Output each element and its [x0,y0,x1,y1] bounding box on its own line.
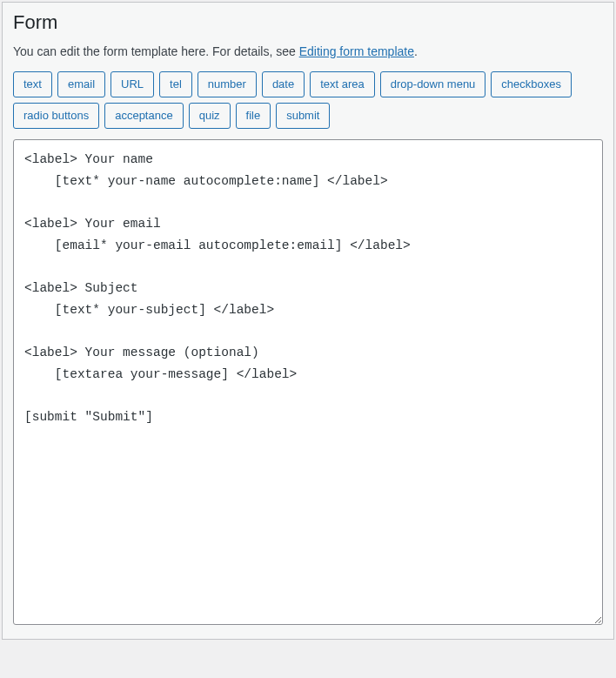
tag-textarea-button[interactable]: text area [310,71,375,97]
panel-description: You can edit the form template here. For… [13,43,603,61]
editing-template-link[interactable]: Editing form template [299,44,414,58]
tag-radio-button[interactable]: radio buttons [13,103,99,129]
form-panel: Form You can edit the form template here… [2,2,614,640]
tag-generator-buttons: text email URL tel number date text area… [13,71,603,129]
tag-date-button[interactable]: date [262,71,305,97]
tag-submit-button[interactable]: submit [276,103,330,129]
panel-title: Form [13,11,603,34]
tag-tel-button[interactable]: tel [159,71,192,97]
tag-number-button[interactable]: number [198,71,257,97]
tag-checkboxes-button[interactable]: checkboxes [491,71,572,97]
description-text-prefix: You can edit the form template here. For… [13,44,299,58]
tag-email-button[interactable]: email [57,71,105,97]
form-template-textarea[interactable] [13,139,603,625]
tag-file-button[interactable]: file [236,103,271,129]
tag-quiz-button[interactable]: quiz [189,103,231,129]
tag-dropdown-button[interactable]: drop-down menu [380,71,486,97]
tag-acceptance-button[interactable]: acceptance [104,103,184,129]
tag-text-button[interactable]: text [13,71,52,97]
description-text-suffix: . [414,44,418,58]
tag-url-button[interactable]: URL [110,71,154,97]
